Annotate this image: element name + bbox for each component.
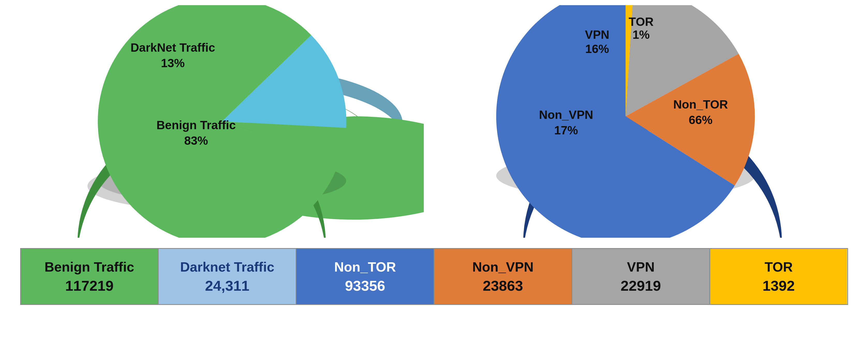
legend-nonvpn-label: Non_VPN (472, 259, 533, 275)
legend-vpn-label: VPN (627, 259, 655, 275)
right-nonvpn-percent: 17% (554, 124, 578, 137)
right-pie-svg: Non_TOR 66% Non_VPN 17% VPN 16% TOR 1% (444, 5, 807, 238)
left-chart-container: Benign Traffic 83% DarkNet Traffic 13% (62, 5, 424, 238)
legend-tor-label: TOR (765, 259, 793, 275)
legend-benign-label: Benign Traffic (44, 259, 134, 275)
left-benign-label: Benign Traffic (156, 118, 236, 132)
main-container: Benign Traffic 83% DarkNet Traffic 13% (0, 0, 868, 346)
legend-nontor-value: 93356 (345, 277, 385, 294)
charts-row: Benign Traffic 83% DarkNet Traffic 13% (0, 5, 868, 238)
right-vpn-percent: 16% (585, 42, 609, 56)
legend-row: Benign Traffic 117219 Darknet Traffic 24… (20, 248, 848, 305)
legend-tor-value: 1392 (763, 277, 795, 294)
legend-nontor: Non_TOR 93356 (297, 249, 434, 304)
legend-tor: TOR 1392 (710, 249, 847, 304)
right-nontor-label: Non_TOR (673, 98, 728, 111)
left-benign-percent: 83% (184, 134, 208, 147)
right-nontor-percent: 66% (688, 113, 712, 127)
legend-vpn: VPN 22919 (572, 249, 710, 304)
legend-vpn-value: 22919 (621, 277, 661, 294)
left-pie-svg: Benign Traffic 83% DarkNet Traffic 13% (62, 5, 424, 238)
left-darknet-percent: 13% (161, 56, 184, 70)
legend-benign: Benign Traffic 117219 (21, 249, 159, 304)
legend-nonvpn-value: 23863 (483, 277, 523, 294)
right-chart-container: Non_TOR 66% Non_VPN 17% VPN 16% TOR 1% (444, 5, 807, 238)
right-nonvpn-label: Non_VPN (539, 108, 593, 122)
legend-darknet-label: Darknet Traffic (180, 259, 274, 275)
right-tor-percent: 1% (632, 28, 649, 41)
right-vpn-label: VPN (585, 28, 609, 41)
legend-darknet-value: 24,311 (205, 277, 249, 294)
legend-benign-value: 117219 (65, 277, 114, 294)
left-darknet-label: DarkNet Traffic (130, 41, 215, 54)
legend-nontor-label: Non_TOR (334, 259, 396, 275)
right-tor-label: TOR (628, 15, 653, 28)
legend-darknet: Darknet Traffic 24,311 (159, 249, 297, 304)
legend-nonvpn: Non_VPN 23863 (434, 249, 572, 304)
